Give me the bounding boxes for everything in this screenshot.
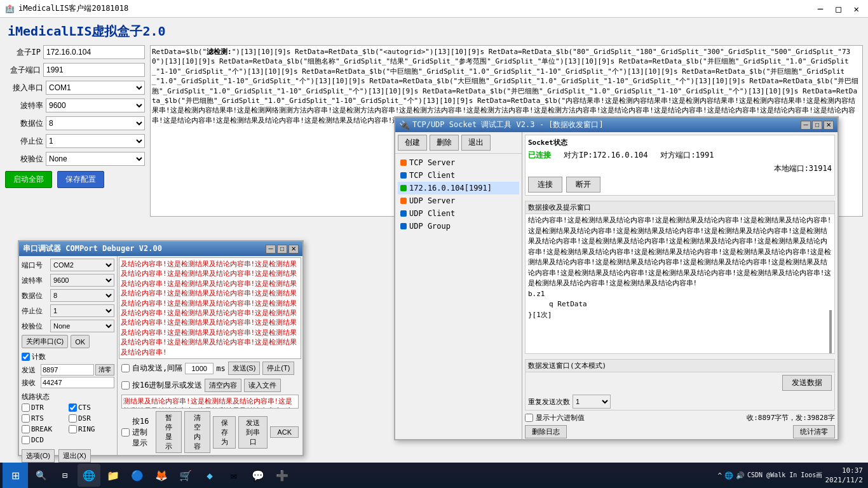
com-save-button[interactable]: 保存为 <box>213 416 236 449</box>
teams-taskbar-icon[interactable]: 💬 <box>247 464 269 487</box>
vscode-taskbar-icon[interactable]: ◆ <box>198 464 221 487</box>
tcp-stats-right: 收:8897字节，发:39828字 <box>747 413 835 423</box>
tcp-exit-button[interactable]: 退出 <box>461 135 491 151</box>
firefox-taskbar-icon[interactable]: 🦊 <box>150 464 173 487</box>
close-button[interactable]: ✕ <box>850 4 863 14</box>
com-auto-send-label: 自动发送,间隔 <box>132 363 182 374</box>
com-close-button[interactable]: ✕ <box>288 245 299 254</box>
box-ip-input[interactable] <box>43 45 145 59</box>
ring-checkbox[interactable] <box>69 425 77 433</box>
com-parity-form-label: 校验位 <box>22 322 50 331</box>
com-hex-checkbox[interactable] <box>121 381 130 390</box>
break-checkbox[interactable] <box>22 425 30 433</box>
mail-taskbar-icon[interactable]: ✉ <box>222 464 245 487</box>
dsr-checkbox[interactable] <box>69 414 77 423</box>
main-window: iMedicalLIS虚拟盒子2.0 盒子IP 盒子端口 接入串口 COM1 <box>0 18 868 488</box>
udp-client-item[interactable]: UDP Client <box>398 207 519 220</box>
com-parity-form-select[interactable]: None <box>50 320 114 332</box>
tcp-send-data-button[interactable]: 发送数据 <box>782 375 832 391</box>
search-taskbar-icon[interactable]: 🔍 <box>29 464 52 487</box>
chrome-taskbar-icon[interactable]: 🔵 <box>126 464 149 487</box>
tcp-recv-area: 数据接收及提示窗口 结论内容串!这是检测结果及结论内容串!这是检测结果及结论内容… <box>525 201 835 354</box>
system-clock[interactable]: 10:37 2021/11/2 <box>825 466 863 485</box>
tcp-local-port: 本地端口:31914 <box>774 163 832 174</box>
com-auto-send-checkbox[interactable] <box>121 364 130 372</box>
tcp-delete-button[interactable]: 删除 <box>430 135 459 151</box>
network-icon[interactable]: 🌐 <box>724 471 733 480</box>
task-view-icon[interactable]: ⊟ <box>53 464 76 487</box>
tcp-content: 创建 删除 退出 TCP Server TCP Client <box>395 132 837 440</box>
tcp-delete-log-button[interactable]: 删除日志 <box>525 425 567 438</box>
tcp-maximize-button[interactable]: □ <box>812 121 822 130</box>
com-maximize-button[interactable]: □ <box>277 245 287 254</box>
dtr-checkbox[interactable] <box>22 403 30 412</box>
tcp-client-item[interactable]: TCP Client <box>398 169 519 182</box>
save-config-button[interactable]: 保存配置 <box>57 171 104 188</box>
com-interval-input[interactable] <box>185 363 214 374</box>
tcp-repeat-select[interactable]: 1 <box>573 395 611 409</box>
tcp-connect-button[interactable]: 连接 <box>528 177 562 193</box>
baud-rate-select[interactable]: 9600 <box>46 98 145 112</box>
volume-icon[interactable]: 🔊 <box>736 471 745 480</box>
tcp-close-button[interactable]: ✕ <box>824 121 834 130</box>
com-port-form-select[interactable]: COM2 <box>50 259 114 271</box>
system-tray: ^ 🌐 🔊 CSDN @Walk In Ioos画 <box>717 471 822 480</box>
com-baud-form-select[interactable]: 9600 <box>50 274 114 287</box>
tcp-show-hex-checkbox[interactable] <box>525 414 533 422</box>
tcp-recv-scrollbar[interactable] <box>827 310 832 354</box>
start-button[interactable]: ⊞ <box>3 463 28 488</box>
com-send-button[interactable]: 发送(S) <box>228 362 261 375</box>
com-send-area[interactable]: 测结果及结论内容串!这是检测结果及结论内容串!这是检测结果及结论内容串!这是检测… <box>121 395 299 409</box>
com-count-checkbox[interactable] <box>22 353 30 361</box>
edge-taskbar-icon[interactable]: 🌐 <box>78 464 100 487</box>
store-taskbar-icon[interactable]: 🛒 <box>174 464 197 487</box>
com-clear-log-button[interactable]: 清空内容 <box>184 411 210 453</box>
com-pause-button[interactable]: 暂停显示 <box>156 411 182 453</box>
tcp-clear-stats-button[interactable]: 统计清零 <box>793 425 835 438</box>
minimize-button[interactable]: ─ <box>814 4 827 14</box>
com-close-port-button[interactable]: 关闭串口(C) <box>22 335 68 348</box>
tcp-create-button[interactable]: 创建 <box>398 135 427 151</box>
rts-checkbox[interactable] <box>22 414 30 423</box>
dcd-checkbox[interactable] <box>22 436 30 444</box>
parity-select[interactable]: None <box>46 152 145 166</box>
log-content: RetData=$lb("滤检测:")[13][10][9]s RetData=… <box>152 48 858 125</box>
file-explorer-taskbar-icon[interactable]: 📁 <box>102 464 125 487</box>
com-send-stat-input[interactable] <box>41 364 94 376</box>
com-options-button[interactable]: 选项(O) <box>22 449 55 463</box>
maximize-button[interactable]: □ <box>832 4 844 14</box>
data-bits-select[interactable]: 8 <box>46 116 145 130</box>
com-stop-button[interactable]: 停止(T) <box>262 362 294 375</box>
udp-group-item[interactable]: UDP Group <box>398 220 519 233</box>
com-port-select[interactable]: COM1 <box>46 81 145 95</box>
tcp-connection-item[interactable]: 172.16.0.104[1991] <box>398 182 519 194</box>
com-clear-stat-button[interactable]: 清零 <box>95 364 114 376</box>
cts-checkbox[interactable] <box>69 403 77 412</box>
plus-taskbar-icon[interactable]: ➕ <box>271 464 294 487</box>
box-port-input[interactable] <box>43 63 145 77</box>
com-exit-button[interactable]: 退出(X) <box>58 449 91 463</box>
com-hex-display-label: 按16进制显示 <box>132 416 153 449</box>
com-databits-form-select[interactable]: 8 <box>50 289 114 302</box>
com-recv-stat-input[interactable] <box>41 377 114 388</box>
com-ok-button[interactable]: OK <box>71 335 90 348</box>
com-ack-button[interactable]: ACK <box>270 426 299 438</box>
com-minimize-button[interactable]: ─ <box>266 245 276 254</box>
search-icon: 🔍 <box>36 470 46 480</box>
udp-server-item[interactable]: UDP Server <box>398 194 519 207</box>
com-send-to-port-button[interactable]: 发送到串口 <box>238 416 268 449</box>
tray-expand-icon[interactable]: ^ <box>717 471 722 480</box>
com-clear-content-button[interactable]: 清空内容 <box>205 379 241 392</box>
baud-rate-row: 波特率 9600 <box>5 98 145 112</box>
tcp-server-item[interactable]: TCP Server <box>398 156 519 169</box>
tcp-send-button-row: 发送数据 <box>526 372 834 393</box>
com-stopbits-form-select[interactable]: 1 <box>50 304 114 317</box>
tcp-disconnect-button[interactable]: 断开 <box>566 177 600 193</box>
tcp-minimize-button[interactable]: ─ <box>801 121 811 130</box>
stop-bits-select[interactable]: 1 <box>46 134 145 148</box>
box-port-row: 盒子端口 <box>5 63 145 77</box>
com-hex-display-checkbox[interactable] <box>121 428 130 437</box>
com-read-file-button[interactable]: 读入文件 <box>244 379 281 392</box>
start-all-button[interactable]: 启动全部 <box>5 171 52 188</box>
tcp-recv-title: 数据接收及提示窗口 <box>526 201 834 214</box>
